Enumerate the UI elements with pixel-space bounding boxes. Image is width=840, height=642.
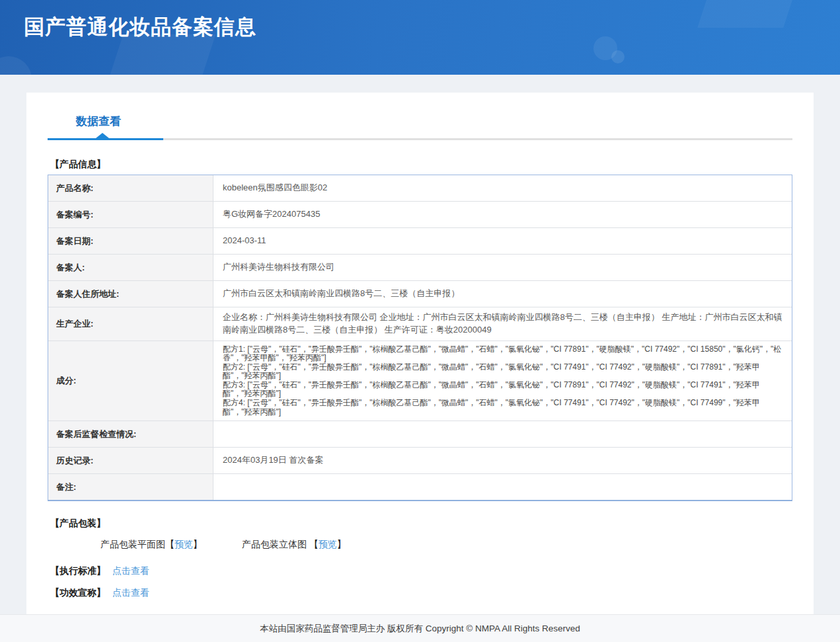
tab-underline — [48, 138, 792, 140]
row-value: 广州科美诗生物科技有限公司 — [213, 255, 792, 280]
header-decoration-shape — [697, 0, 796, 28]
row-value-text: 2024年03月19日 首次备案 — [223, 454, 323, 467]
row-value: 粤G妆网备字2024075435 — [213, 202, 792, 227]
row-value: 2024-03-11 — [213, 228, 792, 254]
packaging-line: 产品包装平面图【预览】 产品包装立体图 【预览】 — [100, 539, 792, 551]
row-value-text: 粤G妆网备字2024075435 — [223, 208, 320, 221]
bracket-open: 【 — [309, 539, 319, 549]
tab-data-view[interactable]: 数据查看 — [76, 114, 121, 129]
efficacy-line: 【功效宣称】 点击查看 — [50, 587, 790, 599]
page-body: 数据查看 【产品信息】 产品名称: kobeleen氛围感四色眼影02 备案编号… — [0, 75, 840, 614]
table-row: 成分: 配方1: ["云母"，"硅石"，"异壬酸异壬酯"，"棕榈酸乙基己酯"，"… — [48, 341, 792, 421]
tab-bar: 数据查看 — [26, 93, 814, 129]
packaging-flat-label: 产品包装平面图 — [100, 539, 165, 549]
row-value-text: 2024-03-11 — [223, 235, 266, 247]
table-row: 备案后监督检查情况: — [48, 421, 792, 448]
row-value: 配方1: ["云母"，"硅石"，"异壬酸异壬酯"，"棕榈酸乙基己酯"，"微晶蜡"… — [213, 341, 792, 421]
bracket-close: 】 — [337, 539, 346, 549]
row-label: 备案人: — [48, 255, 213, 280]
packaging-section-title: 【产品包装】 — [50, 518, 790, 530]
table-row: 备案日期: 2024-03-11 — [48, 228, 792, 255]
product-info-table: 产品名称: kobeleen氛围感四色眼影02 备案编号: 粤G妆网备字2024… — [48, 175, 792, 501]
product-info-section-title: 【产品信息】 — [50, 159, 790, 171]
row-value: 2024年03月19日 首次备案 — [213, 448, 792, 473]
row-value-text: 广州市白云区太和镇南岭南业四横路8号二、三楼（自主申报） — [223, 288, 459, 300]
table-row: 备案编号: 粤G妆网备字2024075435 — [48, 202, 792, 228]
packaging-flat-preview-link[interactable]: 预览 — [174, 539, 193, 549]
row-value-text: kobeleen氛围感四色眼影02 — [223, 182, 327, 194]
row-value — [213, 474, 792, 500]
efficacy-section-title: 【功效宣称】 — [50, 587, 106, 598]
row-label: 成分: — [48, 341, 213, 421]
row-label: 备案编号: — [48, 202, 213, 227]
table-row: 备案人: 广州科美诗生物科技有限公司 — [48, 255, 792, 281]
row-value-text: 广州科美诗生物科技有限公司 — [223, 261, 334, 274]
tab-caret-icon — [96, 133, 109, 138]
standard-view-link[interactable]: 点击查看 — [112, 565, 149, 576]
row-value-text: 企业名称：广州科美诗生物科技有限公司 企业地址：广州市白云区太和镇南岭南业四横路… — [223, 311, 783, 337]
bracket-open: 【 — [165, 539, 174, 549]
row-label: 产品名称: — [48, 175, 213, 201]
row-label: 备案人住所地址: — [48, 281, 213, 307]
row-value — [213, 421, 792, 447]
tab-active-indicator — [48, 138, 163, 140]
bracket-close: 】 — [193, 539, 202, 549]
packaging-stereo-preview-link[interactable]: 预览 — [319, 539, 337, 549]
table-row: 历史记录: 2024年03月19日 首次备案 — [48, 448, 792, 474]
page-title: 国产普通化妆品备案信息 — [24, 13, 256, 41]
header-decoration-circle — [0, 56, 32, 75]
table-row: 产品名称: kobeleen氛围感四色眼影02 — [48, 175, 792, 202]
row-label: 备案后监督检查情况: — [48, 421, 213, 447]
row-value: kobeleen氛围感四色眼影02 — [213, 175, 792, 201]
row-label: 备案日期: — [48, 228, 213, 254]
row-label: 生产企业: — [48, 307, 213, 341]
packaging-stereo-label: 产品包装立体图 — [242, 539, 309, 549]
packaging-stereo-item: 产品包装立体图 【预览】 — [242, 539, 346, 551]
row-value: 企业名称：广州科美诗生物科技有限公司 企业地址：广州市白云区太和镇南岭南业四横路… — [213, 307, 792, 341]
footer-copyright-text: 本站由国家药品监督管理局主办 版权所有 Copyright © NMPA All… — [260, 623, 580, 635]
page-footer: 本站由国家药品监督管理局主办 版权所有 Copyright © NMPA All… — [0, 614, 840, 642]
table-row: 备案人住所地址: 广州市白云区太和镇南岭南业四横路8号二、三楼（自主申报） — [48, 281, 792, 307]
row-value: 广州市白云区太和镇南岭南业四横路8号二、三楼（自主申报） — [213, 281, 792, 307]
efficacy-view-link[interactable]: 点击查看 — [112, 587, 149, 598]
content-card: 数据查看 【产品信息】 产品名称: kobeleen氛围感四色眼影02 备案编号… — [26, 93, 814, 614]
row-label: 历史记录: — [48, 448, 213, 473]
table-row: 生产企业: 企业名称：广州科美诗生物科技有限公司 企业地址：广州市白云区太和镇南… — [48, 307, 792, 341]
header-decoration-circle — [611, 50, 625, 63]
packaging-flat-item: 产品包装平面图【预览】 — [100, 539, 202, 551]
row-label: 备注: — [48, 474, 213, 500]
header-decoration-circle — [593, 36, 617, 60]
standard-section-title: 【执行标准】 — [50, 565, 106, 576]
standard-line: 【执行标准】 点击查看 — [50, 565, 790, 577]
row-value-text: 配方1: ["云母"，"硅石"，"异壬酸异壬酯"，"棕榈酸乙基己酯"，"微晶蜡"… — [223, 345, 783, 417]
page-header: 国产普通化妆品备案信息 — [0, 0, 840, 75]
table-row: 备注: — [48, 474, 792, 500]
